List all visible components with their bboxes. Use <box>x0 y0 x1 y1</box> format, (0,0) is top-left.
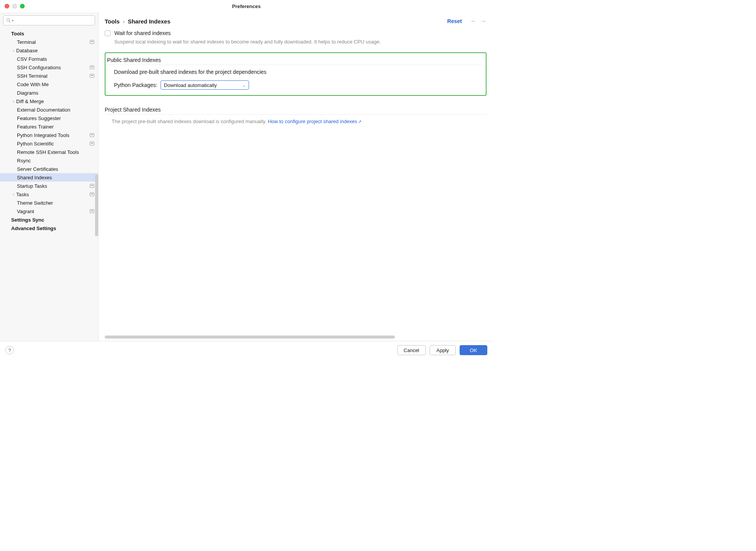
sidebar-item-label: SSH Terminal <box>0 73 87 79</box>
sidebar-item[interactable]: Remote SSH External Tools <box>0 148 98 156</box>
project-shared-indexes-description: The project pre-built shared indexes dow… <box>112 119 266 124</box>
svg-line-1 <box>9 21 11 23</box>
sidebar-item-label: CSV Formats <box>0 56 94 62</box>
sidebar-item-label: Diagrams <box>0 90 94 96</box>
sidebar-item[interactable]: Advanced Settings <box>0 224 98 232</box>
search-icon <box>6 18 11 23</box>
ok-button[interactable]: OK <box>460 345 487 355</box>
sidebar-item[interactable]: Features Trainer <box>0 122 98 131</box>
breadcrumb: Tools › Shared Indexes <box>105 18 171 25</box>
sidebar-item-label: Startup Tasks <box>0 183 87 189</box>
sidebar-item[interactable]: CSV Formats <box>0 55 98 63</box>
sidebar-item[interactable]: SSH Configurations <box>0 63 98 72</box>
apply-button-label: Apply <box>437 347 449 353</box>
sidebar-item[interactable]: Shared Indexes <box>0 173 98 182</box>
sidebar-item[interactable]: Rsync <box>0 156 98 165</box>
project-scope-icon <box>90 65 94 69</box>
sidebar-item-label: Shared Indexes <box>0 175 94 180</box>
python-packages-label: Python Packages: <box>114 82 157 88</box>
sidebar-item-label: Theme Switcher <box>0 200 94 206</box>
sidebar-item-label: Settings Sync <box>0 217 94 223</box>
search-history-caret-icon[interactable]: ▾ <box>12 19 13 22</box>
sidebar-item-label: Rsync <box>0 158 94 164</box>
sidebar-item-label: Features Trainer <box>0 124 94 130</box>
sidebar-item[interactable]: Settings Sync <box>0 215 98 224</box>
public-shared-indexes-title: Public Shared Indexes <box>107 55 482 65</box>
sidebar-item-label: Vagrant <box>0 209 87 214</box>
project-scope-icon <box>90 133 94 137</box>
cancel-button[interactable]: Cancel <box>397 345 426 355</box>
sidebar-item[interactable]: External Documentation <box>0 105 98 114</box>
sidebar-item[interactable]: ›Tasks <box>0 190 98 199</box>
cancel-button-label: Cancel <box>404 347 419 353</box>
chevron-right-icon[interactable]: › <box>11 48 16 53</box>
sidebar-item-label: Terminal <box>0 39 87 45</box>
breadcrumb-root[interactable]: Tools <box>105 18 120 25</box>
project-scope-icon <box>90 40 94 44</box>
sidebar-item[interactable]: Server Certificates <box>0 165 98 173</box>
sidebar-item-label: Server Certificates <box>0 166 94 172</box>
apply-button[interactable]: Apply <box>430 345 456 355</box>
sidebar: ▾ ToolsTerminal›DatabaseCSV FormatsSSH C… <box>0 12 99 341</box>
sidebar-item[interactable]: Python Scientific <box>0 139 98 148</box>
sidebar-item[interactable]: ›Diff & Merge <box>0 97 98 105</box>
search-input[interactable] <box>16 18 92 23</box>
sidebar-item-label: Tasks <box>16 192 87 197</box>
project-shared-indexes-section: Project Shared Indexes The project pre-b… <box>105 105 487 124</box>
window-title: Preferences <box>0 3 493 9</box>
sidebar-item-label: Tools <box>0 31 94 37</box>
svg-point-0 <box>7 18 9 21</box>
sidebar-item[interactable]: ›Database <box>0 46 98 55</box>
project-shared-indexes-title: Project Shared Indexes <box>105 105 487 115</box>
breadcrumb-leaf: Shared Indexes <box>128 18 171 25</box>
wait-for-shared-indexes-description: Suspend local indexing to wait for share… <box>114 38 415 45</box>
chevron-right-icon[interactable]: › <box>11 192 16 197</box>
sidebar-item[interactable]: Terminal <box>0 38 98 46</box>
python-packages-combobox[interactable]: Download automatically ⌄ <box>161 80 249 90</box>
sidebar-scrollbar[interactable] <box>95 175 98 236</box>
breadcrumb-separator: › <box>123 18 125 25</box>
python-packages-value: Download automatically <box>164 82 217 88</box>
ok-button-label: OK <box>470 347 477 353</box>
sidebar-item[interactable]: Vagrant <box>0 207 98 215</box>
sidebar-item-label: Database <box>16 48 94 53</box>
settings-tree[interactable]: ToolsTerminal›DatabaseCSV FormatsSSH Con… <box>0 28 98 341</box>
sidebar-item-label: Code With Me <box>0 82 94 87</box>
chevron-down-icon: ⌄ <box>243 83 246 87</box>
sidebar-item-label: Python Integrated Tools <box>0 132 87 138</box>
sidebar-item[interactable]: Features Suggester <box>0 114 98 122</box>
wait-for-shared-indexes-checkbox[interactable] <box>105 30 110 36</box>
sidebar-item-label: Remote SSH External Tools <box>0 149 94 155</box>
content-horizontal-scrollbar[interactable] <box>105 336 487 339</box>
sidebar-item[interactable]: Python Integrated Tools <box>0 131 98 139</box>
sidebar-item[interactable]: Code With Me <box>0 80 98 88</box>
forward-icon[interactable]: → <box>480 18 487 25</box>
sidebar-item[interactable]: Startup Tasks <box>0 182 98 190</box>
back-icon[interactable]: ← <box>470 18 477 25</box>
public-shared-indexes-section: Public Shared Indexes Download pre-built… <box>105 52 487 96</box>
page-header: Tools › Shared Indexes Reset ← → <box>99 12 493 28</box>
sidebar-item-label: Python Scientific <box>0 141 87 147</box>
dialog-footer: ? Cancel Apply OK <box>0 341 493 359</box>
project-scope-icon <box>90 142 94 145</box>
external-link-icon: ↗ <box>358 119 361 124</box>
wait-for-shared-indexes-label: Wait for shared indexes <box>114 30 171 36</box>
help-icon: ? <box>8 347 11 353</box>
chevron-right-icon[interactable]: › <box>11 99 16 104</box>
reset-link[interactable]: Reset <box>447 18 462 24</box>
sidebar-item[interactable]: Tools <box>0 29 98 38</box>
sidebar-item-label: Features Suggester <box>0 115 94 121</box>
sidebar-item[interactable]: Diagrams <box>0 88 98 97</box>
project-scope-icon <box>90 184 94 188</box>
sidebar-item[interactable]: Theme Switcher <box>0 199 98 207</box>
search-field[interactable]: ▾ <box>3 15 95 25</box>
sidebar-item-label: Advanced Settings <box>0 225 94 231</box>
sidebar-item-label: SSH Configurations <box>0 65 87 70</box>
titlebar: Preferences <box>0 0 493 12</box>
project-scope-icon <box>90 209 94 213</box>
sidebar-item[interactable]: SSH Terminal <box>0 72 98 80</box>
project-scope-icon <box>90 192 94 196</box>
help-button[interactable]: ? <box>5 346 14 354</box>
configure-project-shared-indexes-link[interactable]: How to configure project shared indexes <box>268 119 357 124</box>
sidebar-item-label: External Documentation <box>0 107 94 113</box>
